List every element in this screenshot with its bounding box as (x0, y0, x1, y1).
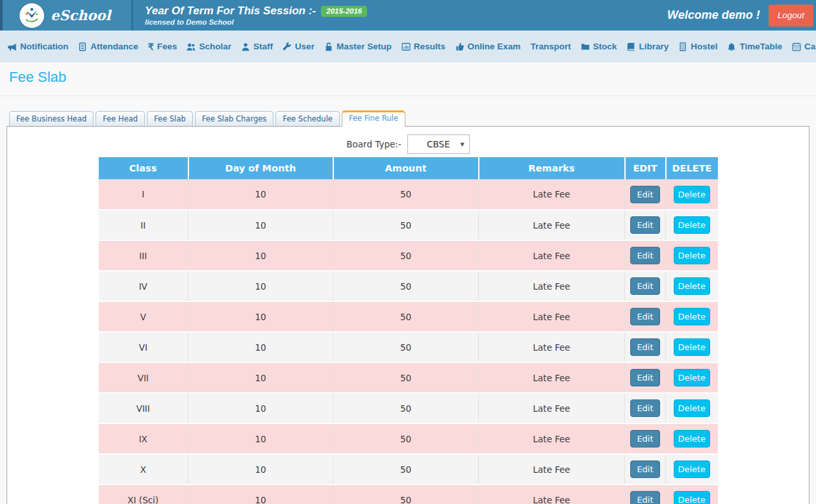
nav-item-scholar[interactable]: Scholar (186, 42, 231, 51)
tab-fee-slab-charges[interactable]: Fee Slab Charges (195, 111, 274, 126)
users-icon (186, 42, 196, 51)
table-row: IV1050Late FeeEditDelete (99, 271, 718, 301)
nav-item-fees[interactable]: ₹Fees (148, 42, 177, 52)
edit-button[interactable]: Edit (630, 399, 660, 417)
main-nav: NotificationAttendance₹FeesScholarStaffU… (0, 31, 816, 62)
delete-button[interactable]: Delete (674, 430, 710, 447)
nav-item-label: Fees (157, 42, 177, 51)
delete-button-cell: Delete (666, 240, 718, 271)
brand-block[interactable]: eSchool (3, 0, 133, 31)
nav-item-label: Stock (593, 42, 617, 51)
cell-amount: 50 (333, 271, 479, 301)
nav-item-label: Results (414, 42, 446, 51)
fee-fine-rule-panel: Board Type:- CBSE ▼ Class Day of Month A… (6, 126, 810, 504)
edit-button[interactable]: Edit (630, 186, 660, 203)
col-header-amount: Amount (333, 157, 479, 179)
cell-remarks: Late Fee (479, 485, 625, 504)
welcome-text: Welcome demo ! (667, 8, 760, 22)
cell-amount: 50 (333, 393, 479, 423)
tab-fee-head[interactable]: Fee Head (96, 111, 145, 126)
delete-button-cell: Delete (666, 301, 718, 332)
cell-day-of-month: 10 (188, 362, 333, 393)
edit-button[interactable]: Edit (630, 277, 660, 295)
edit-button[interactable]: Edit (630, 308, 660, 325)
tab-fee-business-head[interactable]: Fee Business Head (9, 111, 94, 126)
cell-remarks: Late Fee (479, 362, 625, 393)
nav-item-online-exam[interactable]: Online Exam (455, 42, 521, 51)
delete-button[interactable]: Delete (674, 460, 710, 478)
tab-fee-slab[interactable]: Fee Slab (147, 111, 193, 126)
cell-day-of-month: 10 (188, 210, 333, 240)
unlock-icon (324, 42, 333, 51)
delete-button-cell: Delete (666, 485, 718, 504)
nav-item-master-setup[interactable]: Master Setup (324, 42, 392, 51)
thumbs-up-icon (455, 42, 465, 51)
edit-button[interactable]: Edit (630, 338, 660, 356)
nav-item-notification[interactable]: Notification (8, 42, 68, 51)
delete-button[interactable]: Delete (674, 338, 710, 356)
eschool-logo-icon (19, 3, 44, 28)
cell-class: III (99, 240, 188, 271)
delete-button-cell: Delete (666, 393, 718, 423)
logout-button[interactable]: Logout (769, 5, 813, 27)
cell-day-of-month: 10 (188, 454, 333, 485)
board-type-select[interactable]: CBSE ▼ (407, 134, 470, 154)
nav-item-label: Transport (530, 42, 570, 51)
cell-class: V (99, 301, 188, 332)
nav-item-calendar[interactable]: Calendar (792, 42, 816, 51)
col-header-edit: EDIT (625, 157, 666, 179)
cell-amount: 50 (333, 179, 479, 210)
delete-button[interactable]: Delete (674, 216, 710, 234)
edit-button-cell: Edit (625, 362, 666, 393)
building-icon (678, 42, 687, 51)
cell-remarks: Late Fee (479, 240, 625, 271)
nav-item-transport[interactable]: Transport (530, 42, 570, 51)
book-icon (626, 42, 635, 51)
edit-button-cell: Edit (625, 301, 666, 332)
nav-item-label: Notification (20, 42, 68, 51)
session-banner: Year Of Term For This Session :- 2015-20… (133, 0, 667, 31)
nav-item-library[interactable]: Library (626, 42, 669, 51)
delete-button-cell: Delete (666, 179, 718, 210)
nav-item-attendance[interactable]: Attendance (78, 42, 138, 51)
nav-item-hostel[interactable]: Hostel (678, 42, 717, 51)
delete-button[interactable]: Delete (674, 399, 710, 417)
edit-button[interactable]: Edit (630, 430, 660, 447)
nav-item-results[interactable]: Results (402, 42, 446, 51)
nav-item-timetable[interactable]: TimeTable (727, 42, 782, 51)
delete-button[interactable]: Delete (674, 247, 710, 264)
cell-remarks: Late Fee (479, 454, 625, 485)
edit-button[interactable]: Edit (630, 460, 660, 478)
cell-class: VIII (99, 393, 188, 423)
tab-fee-schedule[interactable]: Fee Schedule (275, 111, 340, 126)
nav-item-label: TimeTable (739, 42, 782, 51)
edit-button-cell: Edit (625, 423, 666, 454)
nav-item-stock[interactable]: Stock (581, 42, 617, 51)
delete-button[interactable]: Delete (674, 491, 710, 504)
edit-button[interactable]: Edit (630, 247, 660, 264)
board-type-label: Board Type:- (346, 139, 401, 149)
delete-button[interactable]: Delete (674, 186, 710, 203)
nav-item-staff[interactable]: Staff (241, 42, 273, 51)
nav-item-label: Scholar (199, 42, 231, 51)
edit-button-cell: Edit (625, 454, 666, 485)
cell-amount: 50 (333, 454, 479, 485)
cell-class: IV (99, 271, 188, 301)
tab-fee-fine-rule[interactable]: Fee Fine Rule (342, 110, 405, 127)
delete-button[interactable]: Delete (674, 369, 710, 386)
edit-button[interactable]: Edit (630, 369, 660, 386)
table-row: VI1050Late FeeEditDelete (99, 332, 718, 362)
cell-day-of-month: 10 (188, 332, 333, 362)
nav-item-user[interactable]: User (283, 42, 314, 51)
app-header: eSchool Year Of Term For This Session :-… (0, 0, 816, 31)
delete-button[interactable]: Delete (674, 308, 710, 325)
col-header-class: Class (99, 157, 188, 179)
board-type-value: CBSE (427, 139, 450, 149)
delete-button[interactable]: Delete (674, 277, 710, 295)
cell-amount: 50 (333, 423, 479, 454)
cell-amount: 50 (333, 301, 479, 332)
edit-button[interactable]: Edit (630, 216, 660, 234)
cell-class: IX (99, 423, 188, 454)
edit-button[interactable]: Edit (630, 491, 660, 504)
cell-class: X (99, 454, 188, 485)
